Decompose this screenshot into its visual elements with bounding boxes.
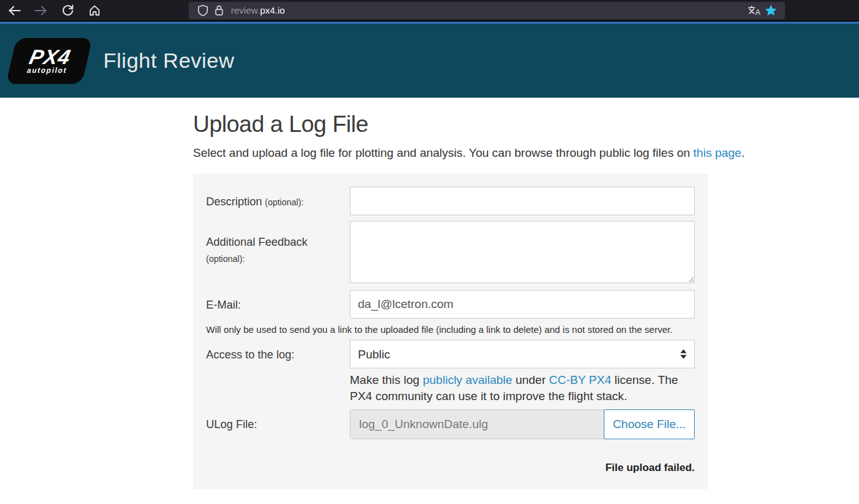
forward-arrow-icon	[34, 5, 48, 16]
px4-logo-subtext: autopilot	[26, 67, 68, 74]
publicly-available-link[interactable]: publicly available	[423, 373, 512, 386]
upload-form-panel: Description (optional): Additional Feedb…	[193, 174, 708, 489]
intro-after-link: .	[741, 146, 744, 159]
px4-logo[interactable]: PX4 autopilot	[6, 38, 92, 84]
site-header: PX4 autopilot Flight Review	[0, 24, 859, 98]
feedback-optional-text: (optional):	[206, 254, 350, 264]
lock-icon[interactable]	[211, 2, 227, 19]
forward-button[interactable]	[31, 2, 52, 19]
translate-icon: A	[748, 5, 761, 16]
reload-button[interactable]	[57, 2, 78, 19]
description-optional-text: (optional):	[265, 197, 304, 207]
url-subdomain: review.	[231, 5, 260, 16]
email-label-text: E-Mail:	[206, 299, 241, 311]
home-button[interactable]	[84, 2, 105, 19]
status-row: File upload failed.	[206, 462, 695, 474]
home-icon	[88, 4, 101, 17]
feedback-label: Additional Feedback (optional):	[206, 221, 350, 286]
ulog-file-row: ULog File: log_0_UnknownDate.ulg Choose …	[206, 409, 695, 439]
license-part1: Make this log	[350, 373, 423, 386]
email-label: E-Mail:	[206, 290, 350, 319]
browse-logs-link[interactable]: this page	[693, 146, 741, 159]
intro-before-link: Select and upload a log file for plottin…	[193, 146, 693, 159]
ulog-label: ULog File:	[206, 409, 350, 439]
translate-button[interactable]: A	[746, 2, 763, 19]
back-button[interactable]	[4, 2, 25, 19]
intro-text: Select and upload a log file for plottin…	[193, 146, 815, 160]
access-label: Access to the log:	[206, 340, 350, 368]
choose-file-button[interactable]: Choose File...	[604, 409, 695, 439]
feedback-row: Additional Feedback (optional):	[206, 221, 695, 286]
feedback-label-text: Additional Feedback	[206, 236, 350, 249]
upload-status-message: File upload failed.	[605, 462, 695, 474]
license-part2: under	[512, 373, 549, 386]
selected-file-name[interactable]: log_0_UnknownDate.ulg	[350, 409, 604, 439]
bookmark-star-icon	[765, 4, 777, 16]
description-label: Description (optional):	[206, 187, 350, 215]
email-input[interactable]	[350, 290, 695, 319]
site-title: Flight Review	[103, 49, 235, 73]
access-row: Access to the log: Public	[206, 340, 695, 368]
access-label-text: Access to the log:	[206, 348, 294, 361]
description-row: Description (optional):	[206, 187, 695, 215]
cc-by-px4-link[interactable]: CC-BY PX4	[549, 373, 611, 386]
email-row: E-Mail:	[206, 290, 695, 319]
description-input[interactable]	[350, 187, 695, 215]
description-label-text: Description	[206, 195, 262, 208]
back-arrow-icon	[7, 5, 21, 16]
page-title: Upload a Log File	[193, 111, 859, 138]
url-domain: px4.io	[260, 5, 285, 16]
bookmark-star-button[interactable]	[763, 2, 779, 19]
ulog-label-text: ULog File:	[206, 418, 257, 431]
browser-toolbar: review.px4.io A	[0, 0, 859, 21]
url-bar[interactable]: review.px4.io A	[189, 2, 785, 19]
page-content: Upload a Log File Select and upload a lo…	[0, 98, 859, 489]
access-select[interactable]: Public	[350, 340, 695, 368]
reload-icon	[62, 4, 74, 17]
license-text: Make this log publicly available under C…	[350, 372, 695, 404]
svg-text:A: A	[756, 8, 761, 16]
feedback-textarea[interactable]	[350, 221, 695, 283]
px4-logo-text: PX4	[27, 48, 72, 67]
email-helper-text: Will only be used to send you a link to …	[206, 324, 695, 335]
shield-icon[interactable]	[195, 2, 211, 19]
url-text: review.px4.io	[231, 5, 746, 16]
